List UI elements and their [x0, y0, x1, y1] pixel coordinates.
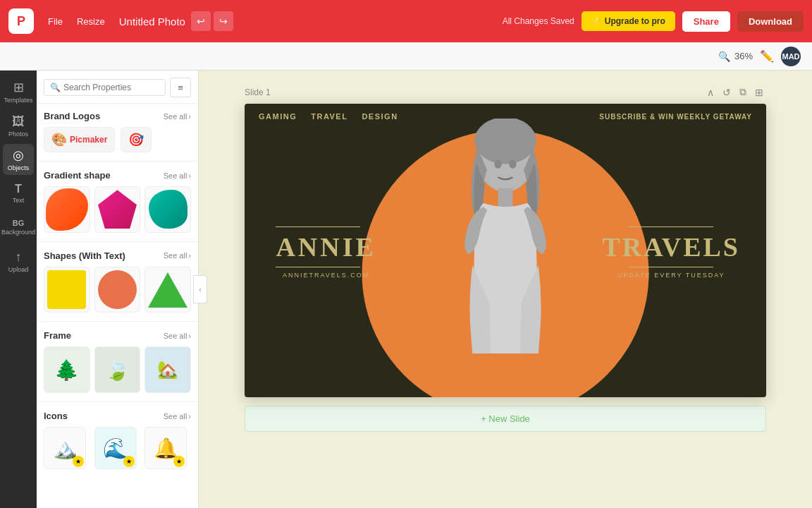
slide-expand-button[interactable]: ⊞	[752, 85, 766, 99]
shape-green-triangle[interactable]	[144, 267, 191, 313]
user-avatar[interactable]: MAD	[781, 47, 801, 66]
sidebar-item-templates[interactable]: ⊞ Templates	[3, 76, 34, 107]
topbar-menu: File Resize	[42, 13, 111, 30]
gradient-shape-header: Gradient shape See all ›	[44, 170, 191, 181]
brand-logos-see-all[interactable]: See all ›	[164, 112, 191, 121]
frame-3-icon: 🏡	[157, 360, 178, 380]
new-slide-bar: + New Slide	[245, 406, 766, 432]
frame-2-icon: 🍃	[105, 358, 130, 382]
topbar: P File Resize Untitled Photo ↩ ↪ All Cha…	[0, 0, 812, 42]
gradient-shape-2[interactable]	[94, 186, 141, 233]
slide-header: Slide 1 ∧ ↺ ⧉ ⊞	[245, 85, 766, 99]
saved-status: All Changes Saved	[503, 16, 574, 26]
objects-icon: ◎	[13, 147, 24, 163]
travels-line-bottom	[629, 267, 713, 267]
topbar-right: All Changes Saved ⭐ Upgrade to pro Share…	[503, 11, 804, 32]
sidebar-item-background[interactable]: BG Background	[3, 212, 34, 243]
picmaker-logo-2[interactable]: 🎯	[121, 127, 152, 152]
search-icon: 🔍	[50, 83, 61, 92]
logo-icon: P	[17, 14, 25, 29]
cloud-teal	[149, 190, 187, 229]
undo-button[interactable]: ↩	[191, 11, 211, 31]
frame-2[interactable]: 🍃	[94, 346, 141, 393]
annie-url: ANNIETRAVELS.COM	[276, 272, 376, 279]
gradient-shape-title: Gradient shape	[44, 170, 111, 181]
icons-grid: 🏔️ ★ 🌊 ★ 🔔 ★	[44, 427, 191, 469]
app-logo[interactable]: P	[8, 8, 34, 34]
file-menu[interactable]: File	[42, 13, 68, 30]
search-input[interactable]	[63, 83, 159, 92]
shapes-text-see-all[interactable]: See all ›	[164, 251, 191, 260]
gradient-shape-see-all[interactable]: See all ›	[164, 171, 191, 180]
icon-1[interactable]: 🏔️ ★	[44, 427, 86, 469]
left-panel: 🔍 ≡ Brand Logos See all › 🎨 Pi	[37, 71, 199, 508]
upgrade-button[interactable]: ⭐ Upgrade to pro	[582, 11, 675, 31]
slide-controls: ∧ ↺ ⧉ ⊞	[704, 85, 766, 99]
frame-1[interactable]: 🌲	[44, 346, 90, 393]
text-icon: T	[15, 183, 22, 195]
pencil-icon: ✏️	[760, 49, 774, 63]
brand-logos-title: Brand Logos	[44, 111, 100, 121]
picmaker-logo[interactable]: 🎨 Picmaker	[44, 127, 115, 152]
svg-point-3	[494, 159, 501, 168]
gradient-shape-3[interactable]	[144, 186, 191, 233]
frame-section: Frame See all › 🌲 🍃 🏡	[37, 323, 198, 400]
frames-grid: 🌲 🍃 🏡	[44, 346, 191, 393]
svg-point-1	[474, 119, 536, 164]
sidebar-item-upload[interactable]: ↑ Upload	[3, 246, 34, 277]
sidebar-item-photos[interactable]: 🖼 Photos	[3, 110, 34, 141]
brand-logos-header: Brand Logos See all ›	[44, 111, 191, 121]
chevron-right-icon-4: ›	[188, 332, 191, 340]
canvas-inner: GAMING TRAVEL DESIGN SUBSCRIBE & WIN WEE…	[245, 104, 766, 397]
chevron-right-icon-5: ›	[188, 412, 191, 421]
sidebar-item-text[interactable]: T Text	[3, 178, 34, 209]
secondary-bar: 🔍 36% ✏️ MAD	[0, 42, 812, 71]
annie-line-top	[276, 226, 360, 227]
shapes-text-grid	[44, 267, 191, 313]
frame-header: Frame See all ›	[44, 330, 191, 341]
green-triangle	[148, 272, 187, 308]
divider-2	[37, 241, 198, 242]
bell-icon: 🔔	[154, 437, 178, 460]
collapse-panel-button[interactable]: ‹	[193, 275, 207, 303]
new-slide-button[interactable]: + New Slide	[245, 406, 766, 432]
shape-orange-circle[interactable]	[94, 267, 141, 313]
travels-name: TRAVELS	[602, 231, 740, 262]
main-layout: ⊞ Templates 🖼 Photos ◎ Objects T Text BG…	[0, 71, 812, 508]
person-svg	[375, 119, 636, 397]
icon-2[interactable]: 🌊 ★	[94, 427, 137, 469]
travels-text-block: TRAVELS UPDATE EVERY TUESDAY	[602, 222, 740, 279]
chevron-right-icon-3: ›	[188, 251, 191, 260]
search-input-wrapper[interactable]: 🔍	[44, 79, 166, 96]
slide-collapse-button[interactable]: ∧	[704, 85, 717, 99]
star-icon: ⭐	[591, 16, 602, 26]
shape-yellow-square[interactable]	[44, 267, 90, 313]
icons-see-all[interactable]: See all ›	[164, 412, 191, 421]
annie-line-bottom	[276, 267, 360, 267]
resize-menu[interactable]: Resize	[71, 13, 111, 30]
share-button[interactable]: Share	[682, 11, 730, 32]
shapes-text-title: Shapes (With Text)	[44, 250, 125, 261]
slide-copy-button[interactable]: ⧉	[737, 85, 749, 99]
frame-3[interactable]: 🏡	[144, 346, 191, 393]
frame-see-all[interactable]: See all ›	[164, 332, 191, 340]
travels-update: UPDATE EVERY TUESDAY	[602, 272, 740, 279]
icons-header: Icons See all ›	[44, 411, 191, 421]
text-label: Text	[13, 197, 25, 204]
gradient-shape-1[interactable]	[44, 186, 90, 233]
shapes-text-header: Shapes (With Text) See all ›	[44, 250, 191, 261]
sidebar-item-objects[interactable]: ◎ Objects	[3, 144, 34, 175]
document-title[interactable]: Untitled Photo	[119, 16, 185, 28]
upload-icon: ↑	[16, 250, 22, 265]
download-button[interactable]: Download	[737, 11, 804, 32]
slide-canvas[interactable]: GAMING TRAVEL DESIGN SUBSCRIBE & WIN WEE…	[245, 104, 766, 397]
redo-button[interactable]: ↪	[214, 11, 233, 31]
slide-refresh-button[interactable]: ↺	[720, 85, 734, 99]
icon-3[interactable]: 🔔 ★	[144, 427, 187, 469]
frame-title: Frame	[44, 330, 71, 341]
filter-button[interactable]: ≡	[170, 78, 191, 97]
canvas-area: Slide 1 ∧ ↺ ⧉ ⊞ GAMING TRAVEL DES	[199, 71, 812, 508]
divider-1	[37, 161, 198, 162]
travels-line-top	[629, 226, 713, 227]
nav-item-travel: TRAVEL	[311, 112, 347, 121]
